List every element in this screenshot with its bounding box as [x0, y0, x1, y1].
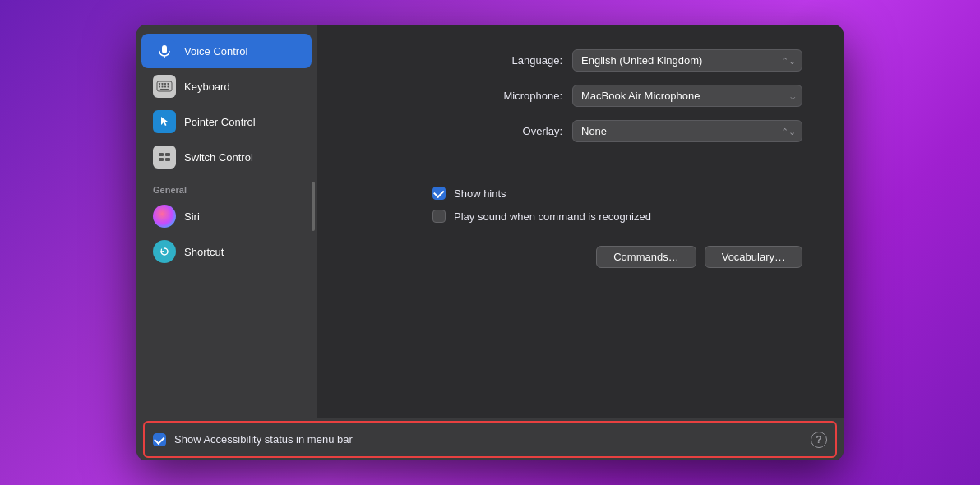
- sidebar-item-pointer-label: Pointer Control: [184, 116, 256, 128]
- sidebar-item-switch-label: Switch Control: [184, 151, 253, 164]
- show-accessibility-checkbox[interactable]: [153, 433, 166, 446]
- svg-rect-5: [164, 83, 166, 85]
- siri-icon: [153, 205, 176, 228]
- vocabulary-button[interactable]: Vocabulary…: [705, 246, 802, 268]
- overlay-row: Overlay: None Numbers Grid ⌃⌄: [358, 120, 802, 142]
- bottom-bar-left: Show Accessibility status in menu bar: [153, 433, 353, 446]
- preferences-window: Voice Control: [136, 25, 844, 460]
- sidebar: Voice Control: [136, 25, 317, 418]
- sidebar-item-switch-control[interactable]: Switch Control: [141, 140, 312, 174]
- play-sound-row: Play sound when command is recognized: [432, 208, 802, 224]
- language-select-wrapper: English (United Kingdom) English (United…: [572, 49, 802, 72]
- sidebar-item-pointer-control[interactable]: Pointer Control: [141, 104, 312, 139]
- microphone-select[interactable]: MacBook Air Microphone System Default: [572, 85, 802, 107]
- general-section-label: General: [136, 175, 317, 198]
- svg-rect-0: [162, 45, 167, 53]
- show-accessibility-label: Show Accessibility status in menu bar: [174, 433, 353, 446]
- sidebar-item-siri[interactable]: Siri: [141, 199, 312, 233]
- svg-rect-13: [165, 153, 170, 156]
- sidebar-item-keyboard-label: Keyboard: [184, 81, 230, 93]
- sidebar-item-shortcut[interactable]: Shortcut: [141, 234, 312, 269]
- keyboard-icon: [153, 75, 176, 98]
- microphone-label: Microphone:: [480, 90, 562, 102]
- language-label: Language:: [480, 54, 562, 67]
- play-sound-label: Play sound when command is recognized: [454, 210, 651, 223]
- sidebar-item-voice-control[interactable]: Voice Control: [141, 34, 312, 68]
- buttons-row: Commands… Vocabulary…: [358, 246, 802, 268]
- show-hints-row: Show hints: [432, 185, 802, 201]
- svg-rect-9: [164, 86, 166, 88]
- overlay-select[interactable]: None Numbers Grid: [572, 120, 802, 142]
- svg-point-16: [159, 246, 170, 257]
- pointer-icon: [153, 110, 176, 133]
- help-button[interactable]: ?: [811, 432, 827, 448]
- window-body: Voice Control: [136, 25, 844, 418]
- voice-control-icon: [153, 39, 176, 62]
- svg-rect-12: [159, 153, 164, 156]
- svg-rect-14: [159, 158, 164, 161]
- sidebar-item-shortcut-label: Shortcut: [184, 246, 224, 258]
- svg-rect-10: [168, 86, 169, 88]
- overlay-select-wrapper: None Numbers Grid ⌃⌄: [572, 120, 802, 142]
- checkboxes-section: Show hints Play sound when command is re…: [432, 185, 802, 224]
- language-select[interactable]: English (United Kingdom) English (United…: [572, 49, 802, 72]
- show-hints-label: Show hints: [454, 187, 506, 200]
- shortcut-icon: [153, 240, 176, 263]
- svg-rect-11: [160, 89, 169, 90]
- sidebar-scrollbar[interactable]: [312, 182, 315, 231]
- sidebar-item-siri-label: Siri: [184, 210, 200, 223]
- svg-rect-4: [162, 83, 164, 85]
- svg-rect-7: [159, 86, 160, 88]
- sidebar-item-keyboard[interactable]: Keyboard: [141, 69, 312, 104]
- main-content: Language: English (United Kingdom) Engli…: [317, 25, 844, 418]
- microphone-row: Microphone: MacBook Air Microphone Syste…: [358, 85, 802, 107]
- bottom-bar: Show Accessibility status in menu bar ?: [136, 418, 844, 460]
- svg-rect-3: [159, 83, 160, 85]
- commands-button[interactable]: Commands…: [596, 246, 696, 268]
- svg-rect-8: [162, 86, 164, 88]
- overlay-label: Overlay:: [480, 125, 562, 137]
- show-hints-checkbox[interactable]: [432, 187, 446, 200]
- svg-rect-6: [168, 83, 169, 85]
- microphone-select-wrapper: MacBook Air Microphone System Default ⌵: [572, 85, 802, 107]
- svg-rect-15: [165, 158, 170, 161]
- play-sound-checkbox[interactable]: [432, 210, 446, 223]
- language-row: Language: English (United Kingdom) Engli…: [358, 49, 802, 72]
- switch-icon: [153, 146, 176, 169]
- spacer: [358, 155, 802, 164]
- sidebar-item-voice-control-label: Voice Control: [184, 45, 247, 58]
